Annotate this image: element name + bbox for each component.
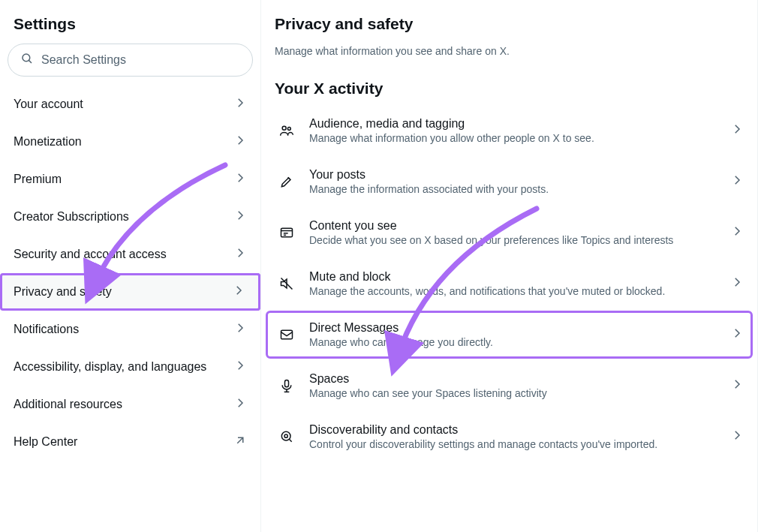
- sidebar-item-your-account[interactable]: Your account: [0, 86, 260, 123]
- row-subtitle: Decide what you see on X based on your p…: [309, 234, 717, 246]
- sidebar-item-security-and-account-access[interactable]: Security and account access: [0, 236, 260, 273]
- row-body: SpacesManage who can see your Spaces lis…: [309, 372, 717, 399]
- svg-point-4: [287, 128, 290, 131]
- search-icon: [20, 52, 34, 68]
- sidebar-item-creator-subscriptions[interactable]: Creator Subscriptions: [0, 198, 260, 236]
- chevron-right-icon: [233, 246, 247, 263]
- row-subtitle: Manage the information associated with y…: [309, 183, 717, 195]
- search-settings[interactable]: [8, 44, 253, 77]
- chevron-right-icon: [233, 96, 247, 113]
- svg-line-2: [237, 437, 243, 443]
- row-title: Mute and block: [309, 270, 717, 284]
- svg-point-14: [281, 431, 290, 440]
- svg-point-0: [23, 54, 30, 62]
- chevron-right-icon: [730, 428, 744, 445]
- mute-icon: [278, 276, 296, 291]
- row-body: Discoverability and contactsControl your…: [309, 423, 717, 450]
- chevron-right-icon: [730, 275, 744, 292]
- sidebar-item-label: Creator Subscriptions: [14, 210, 233, 224]
- row-title: Your posts: [309, 168, 717, 182]
- row-subtitle: Manage who can see your Spaces listening…: [309, 387, 717, 399]
- row-subtitle: Manage what information you allow other …: [309, 132, 717, 144]
- discover-icon: [278, 429, 296, 444]
- chevron-right-icon: [233, 171, 247, 188]
- sidebar-item-premium[interactable]: Premium: [0, 161, 260, 198]
- settings-sidebar: Settings Your accountMonetizationPremium…: [0, 0, 261, 532]
- settings-row-your-posts[interactable]: Your postsManage the information associa…: [261, 156, 757, 207]
- row-subtitle: Manage the accounts, words, and notifica…: [309, 285, 717, 297]
- row-subtitle: Manage who can message you directly.: [309, 336, 717, 348]
- chevron-right-icon: [232, 284, 245, 300]
- chevron-right-icon: [233, 396, 247, 413]
- settings-row-direct-messages[interactable]: Direct MessagesManage who can message yo…: [266, 311, 753, 359]
- chevron-right-icon: [730, 326, 744, 343]
- row-title: Direct Messages: [309, 321, 717, 335]
- row-title: Spaces: [309, 372, 717, 386]
- sidebar-item-notifications[interactable]: Notifications: [0, 311, 260, 348]
- sidebar-item-label: Premium: [14, 173, 233, 186]
- sidebar-item-privacy-and-safety[interactable]: Privacy and safety: [0, 273, 260, 311]
- row-body: Your postsManage the information associa…: [309, 168, 717, 195]
- row-subtitle: Control your discoverability settings an…: [309, 438, 717, 450]
- settings-nav: Your accountMonetizationPremiumCreator S…: [0, 86, 260, 461]
- settings-main: Privacy and safety Manage what informati…: [261, 0, 758, 532]
- external-link-icon: [233, 434, 247, 450]
- svg-rect-10: [281, 330, 293, 339]
- sidebar-item-label: Privacy and safety: [14, 285, 232, 299]
- chevron-right-icon: [233, 359, 247, 375]
- chevron-right-icon: [233, 209, 247, 225]
- settings-row-discoverability-and-contacts[interactable]: Discoverability and contactsControl your…: [261, 411, 757, 462]
- row-body: Content you seeDecide what you see on X …: [309, 219, 717, 246]
- chevron-right-icon: [233, 321, 247, 338]
- sidebar-item-label: Notifications: [14, 323, 233, 336]
- sidebar-item-label: Additional resources: [14, 398, 233, 411]
- mic-icon: [278, 378, 296, 393]
- page-title: Privacy and safety: [261, 8, 757, 45]
- settings-row-spaces[interactable]: SpacesManage who can see your Spaces lis…: [261, 360, 757, 411]
- content-icon: [278, 225, 296, 240]
- svg-line-16: [289, 439, 291, 441]
- svg-point-15: [284, 434, 287, 437]
- svg-point-3: [282, 126, 286, 130]
- svg-line-1: [29, 60, 32, 63]
- sidebar-item-label: Security and account access: [14, 248, 233, 261]
- svg-rect-11: [285, 380, 289, 387]
- sidebar-item-monetization[interactable]: Monetization: [0, 123, 260, 161]
- settings-row-audience-media-and-tagging[interactable]: Audience, media and taggingManage what i…: [261, 105, 757, 156]
- activity-rows: Audience, media and taggingManage what i…: [261, 105, 757, 462]
- search-input[interactable]: [41, 53, 240, 67]
- svg-rect-5: [281, 228, 293, 237]
- row-body: Mute and blockManage the accounts, words…: [309, 270, 717, 297]
- row-title: Audience, media and tagging: [309, 117, 717, 131]
- page-description: Manage what information you see and shar…: [261, 45, 757, 74]
- sidebar-item-label: Accessibility, display, and languages: [14, 360, 233, 374]
- sidebar-item-additional-resources[interactable]: Additional resources: [0, 386, 260, 423]
- row-title: Discoverability and contacts: [309, 423, 717, 437]
- row-title: Content you see: [309, 219, 717, 233]
- chevron-right-icon: [730, 173, 744, 190]
- sidebar-item-label: Monetization: [14, 135, 233, 149]
- audience-icon: [278, 123, 296, 138]
- settings-row-mute-and-block[interactable]: Mute and blockManage the accounts, words…: [261, 258, 757, 309]
- sidebar-item-help-center[interactable]: Help Center: [0, 423, 260, 461]
- sidebar-item-label: Your account: [14, 98, 233, 111]
- chevron-right-icon: [730, 122, 744, 139]
- chevron-right-icon: [730, 377, 744, 394]
- row-body: Direct MessagesManage who can message yo…: [309, 321, 717, 348]
- sidebar-item-accessibility-display-and-languages[interactable]: Accessibility, display, and languages: [0, 348, 260, 386]
- envelope-icon: [278, 327, 296, 342]
- settings-title: Settings: [0, 8, 260, 44]
- settings-row-content-you-see[interactable]: Content you seeDecide what you see on X …: [261, 207, 757, 258]
- chevron-right-icon: [730, 224, 744, 241]
- pencil-icon: [278, 174, 296, 189]
- sidebar-item-label: Help Center: [14, 435, 233, 449]
- section-title: Your X activity: [261, 74, 757, 105]
- row-body: Audience, media and taggingManage what i…: [309, 117, 717, 144]
- chevron-right-icon: [233, 134, 247, 150]
